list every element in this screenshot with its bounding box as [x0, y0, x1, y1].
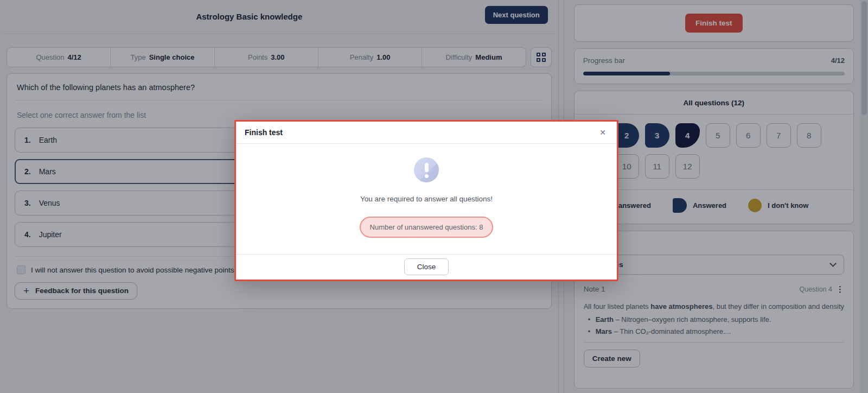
- finish-test-modal: Finish test ✕ You are required to answer…: [234, 120, 618, 281]
- modal-close-button[interactable]: Close: [404, 258, 449, 275]
- modal-body: You are required to answer all questions…: [236, 144, 617, 254]
- modal-title: Finish test: [245, 128, 283, 137]
- modal-message: You are required to answer all questions…: [249, 195, 604, 203]
- unanswered-count-badge: Number of unanswered questions: 8: [360, 217, 494, 238]
- app-viewport: Astrology Basic knowledge Next question …: [0, 0, 868, 393]
- alert-exclamation-icon: [414, 157, 439, 182]
- close-icon[interactable]: ✕: [597, 127, 608, 138]
- modal-header: Finish test ✕: [236, 122, 617, 144]
- modal-footer: Close: [236, 254, 617, 280]
